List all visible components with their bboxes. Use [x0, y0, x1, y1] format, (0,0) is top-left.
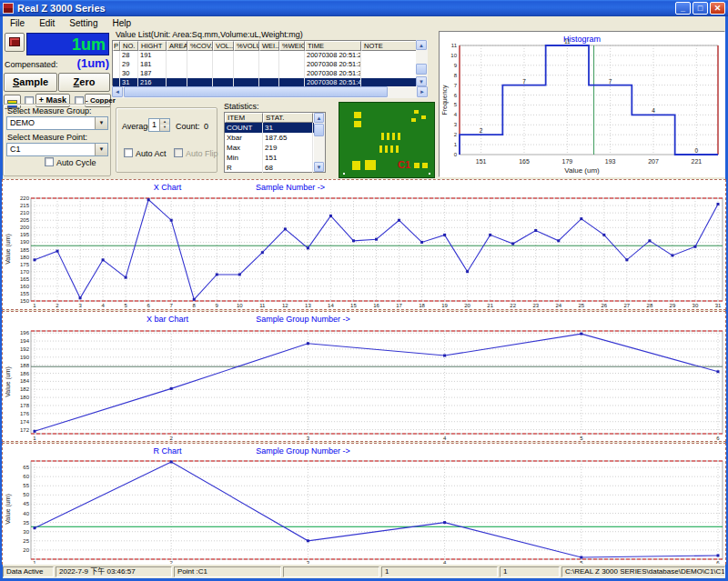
- scrollbar-thumb[interactable]: [124, 86, 388, 97]
- svg-text:210: 210: [20, 210, 30, 215]
- scroll-down-icon[interactable]: ▼: [416, 76, 427, 86]
- svg-text:182: 182: [20, 386, 30, 392]
- svg-text:188: 188: [20, 363, 30, 368]
- stat-item: Max: [225, 143, 263, 153]
- stat-row[interactable]: Min 151: [225, 153, 325, 163]
- scroll-right-icon[interactable]: ►: [417, 86, 428, 97]
- svg-text:26: 26: [601, 303, 607, 308]
- value-list-hscrollbar[interactable]: ◄ ►: [112, 86, 428, 98]
- svg-text:155: 155: [20, 291, 30, 296]
- svg-text:6: 6: [147, 303, 150, 308]
- svg-text:2: 2: [170, 436, 174, 441]
- chevron-down-icon[interactable]: ▼: [95, 144, 107, 155]
- stat-row[interactable]: R 68: [225, 163, 325, 173]
- auto-cycle-checkbox[interactable]: [45, 157, 54, 166]
- svg-text:15: 15: [350, 303, 357, 308]
- pcb-fiducial: [429, 173, 430, 175]
- measure-point-combobox[interactable]: C1 ▼: [6, 143, 108, 156]
- value-list-vscrollbar[interactable]: ▲ ▼: [416, 40, 428, 86]
- column-header-volu[interactable]: %VOLU.: [234, 41, 259, 51]
- column-header-vol[interactable]: VOL..: [213, 41, 234, 51]
- table-row[interactable]: 30 187 20070308 20:51:34: [113, 69, 427, 78]
- svg-text:25: 25: [23, 538, 29, 544]
- zero-button[interactable]: Zero: [58, 73, 110, 92]
- menu-help[interactable]: Help: [106, 18, 139, 28]
- svg-text:205: 205: [20, 217, 30, 223]
- statistics-table: ITEM STAT. COUNT 31 Xbar 187.65 Max 219 …: [224, 112, 326, 173]
- column-header-cov[interactable]: %COV..: [187, 41, 213, 51]
- svg-text:193: 193: [605, 158, 616, 165]
- measure-group-value: DEMO: [10, 118, 35, 127]
- scrollbar-thumb[interactable]: [314, 124, 324, 136]
- cell-area: [167, 69, 187, 78]
- table-row[interactable]: 28 191 20070308 20:51:25: [113, 51, 427, 60]
- auto-act-checkbox[interactable]: [124, 148, 133, 157]
- svg-text:31: 31: [715, 303, 722, 308]
- column-header-weig[interactable]: %WEIG.: [279, 41, 305, 51]
- svg-text:30: 30: [23, 529, 29, 535]
- statistics-vscrollbar[interactable]: ▲ ▼: [314, 113, 325, 172]
- stat-row-selected[interactable]: COUNT 31: [225, 123, 325, 133]
- cell-vol: [213, 69, 234, 78]
- scrollbar-thumb[interactable]: [416, 64, 427, 75]
- menu-edit[interactable]: Edit: [32, 18, 62, 28]
- value-list-table: P NO. HIGHT AREA %COV.. VOL.. %VOLU. WEI…: [112, 40, 428, 86]
- svg-text:10: 10: [450, 53, 457, 58]
- scroll-down-icon[interactable]: ▼: [314, 162, 324, 172]
- pcb-pad: [365, 160, 376, 170]
- column-header-stat[interactable]: STAT.: [263, 113, 313, 123]
- svg-text:180: 180: [20, 255, 30, 260]
- pcb-pad: [422, 163, 428, 168]
- x-chart-plot: 1501551601651701751801851901952002052102…: [3, 180, 727, 311]
- svg-text:29: 29: [670, 303, 676, 308]
- average-spinner[interactable]: 1 ▲ ▼: [148, 118, 170, 132]
- camera-button[interactable]: [5, 33, 25, 52]
- column-header-area[interactable]: AREA: [167, 41, 187, 51]
- count-value: 0: [204, 122, 208, 131]
- svg-text:20: 20: [464, 303, 470, 308]
- minimize-button[interactable]: _: [675, 2, 691, 15]
- r-chart-panel: R Chart Sample Group Number -> Value (um…: [2, 443, 726, 565]
- svg-text:16: 16: [373, 303, 379, 308]
- pcb-pad: [390, 145, 393, 153]
- menu-file[interactable]: File: [3, 18, 32, 28]
- column-header-hight[interactable]: HIGHT: [138, 41, 167, 51]
- svg-text:1: 1: [33, 436, 36, 441]
- scroll-left-icon[interactable]: ◄: [112, 86, 123, 97]
- column-header-p[interactable]: P: [113, 41, 120, 51]
- column-header-item[interactable]: ITEM: [225, 113, 263, 123]
- sample-button[interactable]: Sample: [4, 73, 57, 92]
- acquisition-groupbox: [116, 107, 217, 173]
- svg-text:151: 151: [476, 158, 487, 165]
- table-row[interactable]: 29 181 20070308 20:51:30: [113, 60, 427, 69]
- value-list-title: Value List(Unit: Area:Sq.mm,Volume:uL,We…: [116, 30, 303, 39]
- column-header-no[interactable]: NO.: [120, 41, 138, 51]
- pcb-pad: [352, 161, 360, 170]
- cell-weig: [279, 51, 305, 60]
- scroll-up-icon[interactable]: ▲: [416, 40, 427, 50]
- column-header-time[interactable]: TIME: [305, 41, 361, 51]
- stat-row[interactable]: Max 219: [225, 143, 325, 153]
- svg-text:21: 21: [487, 303, 493, 308]
- pcb-pad: [414, 110, 419, 114]
- cell-hight: 181: [138, 60, 167, 69]
- maximize-button[interactable]: □: [693, 2, 708, 15]
- measure-group-combobox[interactable]: DEMO ▼: [6, 116, 108, 130]
- close-button[interactable]: ✕: [710, 2, 725, 15]
- svg-text:13: 13: [305, 303, 311, 308]
- pcb-pad: [392, 133, 395, 140]
- svg-text:4: 4: [443, 436, 447, 441]
- column-header-wei[interactable]: WEI..: [259, 41, 279, 51]
- cell-wei: [259, 51, 279, 60]
- stat-row[interactable]: Xbar 187.65: [225, 133, 325, 143]
- svg-text:3: 3: [454, 122, 458, 127]
- svg-text:10: 10: [237, 303, 243, 308]
- scroll-up-icon[interactable]: ▲: [314, 113, 324, 123]
- chevron-down-icon[interactable]: ▼: [95, 117, 107, 129]
- measure-value-display: 1um: [26, 33, 109, 55]
- svg-text:174: 174: [20, 419, 30, 425]
- svg-text:40: 40: [23, 511, 29, 516]
- spinner-down-icon[interactable]: ▼: [159, 125, 169, 131]
- menu-setting[interactable]: Setting: [62, 18, 105, 28]
- histogram-panel: Histogram Frequency 01234567891011271174…: [439, 31, 725, 177]
